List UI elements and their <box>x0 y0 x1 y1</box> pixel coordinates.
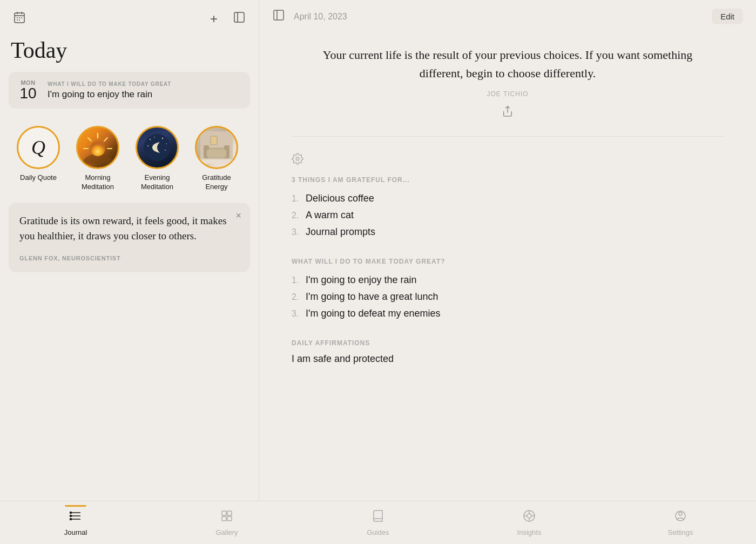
circle-morning-meditation[interactable]: MorningMeditation <box>68 126 127 192</box>
add-button[interactable]: + <box>208 9 220 29</box>
svg-point-23 <box>165 150 166 151</box>
quote-card: × Gratitude is its own reward, it feels … <box>9 203 250 272</box>
left-header-icons <box>11 9 28 29</box>
svg-line-14 <box>88 138 91 141</box>
nav-gallery[interactable]: Gallery <box>151 505 302 541</box>
svg-rect-31 <box>211 137 217 144</box>
svg-point-12 <box>90 141 105 156</box>
grateful-section-label: 3 THINGS I AM GRATEFUL FOR... <box>292 176 724 184</box>
quote-close-button[interactable]: × <box>235 210 241 221</box>
svg-point-22 <box>147 145 148 146</box>
svg-point-24 <box>154 137 154 137</box>
list-item: 3.Journal prompts <box>292 224 724 240</box>
right-header-left: April 10, 2023 <box>272 9 347 24</box>
date-card-text: I'm going to enjoy the rain <box>48 89 171 100</box>
list-item: 1.Delicious coffee <box>292 190 724 207</box>
nav-guides-label: Guides <box>367 528 389 536</box>
circle-gratitude-label: GratitudeEnergy <box>202 173 231 192</box>
circle-daily-quote-label: Daily Quote <box>20 173 57 183</box>
circle-morning-label: MorningMeditation <box>82 173 114 192</box>
today-great-section: WHAT WILL I DO TO MAKE TODAY GREAT? 1.I'… <box>292 258 724 322</box>
right-panel: April 10, 2023 Edit Your current life is… <box>259 0 756 501</box>
left-header: + <box>0 0 259 33</box>
list-item: 2.I'm going to have a great lunch <box>292 288 724 305</box>
nav-journal[interactable]: Journal <box>0 505 151 541</box>
daily-quote-text: Your current life is the result of your … <box>313 46 702 83</box>
share-button[interactable] <box>502 105 514 120</box>
today-title: Today <box>0 33 259 72</box>
right-content: Your current life is the result of your … <box>259 31 756 501</box>
nav-journal-label: Journal <box>64 528 87 536</box>
svg-point-48 <box>527 514 531 518</box>
settings-icon <box>674 509 687 526</box>
morning-circle-img <box>76 126 119 169</box>
affirmations-label: DAILY AFFIRMATIONS <box>292 339 724 347</box>
today-great-label: WHAT WILL I DO TO MAKE TODAY GREAT? <box>292 258 724 265</box>
list-item: 2.A warm cat <box>292 207 724 224</box>
svg-rect-44 <box>227 511 232 515</box>
date-box: MON 10 <box>17 79 39 101</box>
list-item: 3.I'm going to defeat my enemies <box>292 305 724 322</box>
quote-card-text: Gratitude is its own reward, it feels go… <box>19 213 239 244</box>
nav-guides[interactable]: Guides <box>302 505 454 541</box>
nav-gallery-label: Gallery <box>215 528 238 536</box>
svg-point-20 <box>162 138 163 139</box>
svg-point-36 <box>296 157 299 160</box>
date-card-label: WHAT I WILL DO TO MAKE TODAY GREAT <box>48 81 171 87</box>
day-num: 10 <box>19 86 36 101</box>
right-header: April 10, 2023 Edit <box>259 0 756 31</box>
svg-rect-45 <box>222 516 226 521</box>
left-header-right-icons: + <box>208 9 248 29</box>
circle-evening-label: EveningMeditation <box>141 173 173 192</box>
nav-insights[interactable]: Insights <box>454 505 605 541</box>
calendar-icon[interactable] <box>11 9 28 29</box>
svg-rect-43 <box>222 511 226 515</box>
sidebar-button[interactable] <box>231 9 248 29</box>
svg-point-21 <box>166 143 167 144</box>
circle-evening-meditation[interactable]: EveningMeditation <box>127 126 187 192</box>
daily-quote-section: Your current life is the result of your … <box>292 35 724 137</box>
circles-row: Q Daily Quote <box>0 117 259 196</box>
nav-insights-label: Insights <box>517 528 542 536</box>
affirmations-section: DAILY AFFIRMATIONS I am safe and protect… <box>292 339 724 365</box>
circle-daily-quote[interactable]: Q Daily Quote <box>9 126 68 183</box>
gear-icon <box>292 153 303 167</box>
sidebar-toggle-button[interactable] <box>272 9 285 24</box>
svg-rect-33 <box>274 10 284 20</box>
circle-gratitude-energy[interactable]: GratitudeEnergy <box>187 126 246 192</box>
section-gear-grateful <box>292 153 724 167</box>
nav-settings-label: Settings <box>668 528 693 536</box>
left-panel: + Today MON 10 WHAT I WILL DO TO MAKE TO… <box>0 0 259 501</box>
list-item: 1.I'm going to enjoy the rain <box>292 272 724 288</box>
nav-settings[interactable]: Settings <box>605 505 756 541</box>
svg-point-19 <box>150 139 151 140</box>
svg-point-41 <box>70 515 72 516</box>
svg-point-40 <box>70 512 72 513</box>
journal-icon <box>69 509 82 526</box>
gratitude-circle-img <box>195 126 238 169</box>
date-card[interactable]: MON 10 WHAT I WILL DO TO MAKE TODAY GREA… <box>9 72 250 109</box>
daily-quote-circle-img: Q <box>17 126 60 169</box>
grateful-section: 3 THINGS I AM GRATEFUL FOR... 1.Deliciou… <box>292 153 724 240</box>
grateful-list: 1.Delicious coffee 2.A warm cat 3.Journa… <box>292 190 724 240</box>
svg-rect-32 <box>200 159 233 164</box>
svg-point-42 <box>70 518 72 520</box>
svg-rect-46 <box>227 516 232 521</box>
today-great-list: 1.I'm going to enjoy the rain 2.I'm goin… <box>292 272 724 322</box>
affirmation-text: I am safe and protected <box>292 353 724 365</box>
svg-point-54 <box>679 512 682 515</box>
insights-icon <box>523 509 536 526</box>
evening-circle-img <box>136 126 179 169</box>
guides-icon <box>372 509 384 526</box>
daily-quote-author: JOE TICHIO <box>313 90 702 98</box>
edit-button[interactable]: Edit <box>712 9 743 24</box>
quote-card-author: GLENN FOX, NEUROSCIENTIST <box>19 255 120 261</box>
svg-rect-9 <box>234 12 244 22</box>
svg-line-16 <box>104 138 107 141</box>
bottom-nav: Journal Gallery Guides <box>0 501 756 544</box>
date-card-content: WHAT I WILL DO TO MAKE TODAY GREAT I'm g… <box>48 81 171 100</box>
date-header: April 10, 2023 <box>294 12 347 22</box>
gallery-icon <box>220 509 233 526</box>
svg-rect-29 <box>207 150 226 157</box>
